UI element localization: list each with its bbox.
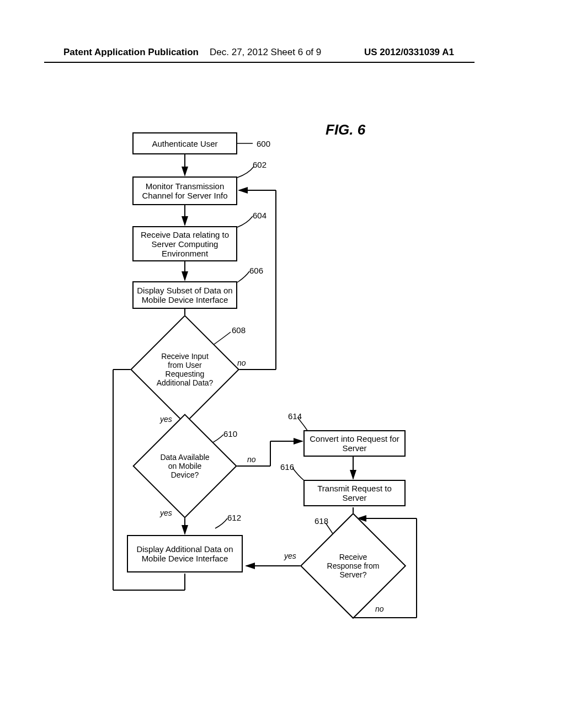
edge-618-yes: yes — [284, 552, 296, 560]
ref-614: 614 — [288, 411, 302, 421]
diamond-receive-response: Receive Response from Server? — [316, 528, 391, 603]
ref-608: 608 — [232, 325, 246, 335]
ref-602: 602 — [253, 160, 266, 169]
ref-600: 600 — [257, 139, 270, 148]
ref-618: 618 — [315, 516, 328, 526]
box-convert-request: Convert into Request for Server — [303, 430, 406, 457]
box-monitor: Monitor Transmission Channel for Server … — [132, 176, 237, 205]
box-receive-data: Receive Data relating to Server Computin… — [132, 226, 237, 261]
diamond-data-available: Data Available on Mobile Device? — [148, 429, 222, 503]
ref-604: 604 — [253, 211, 266, 220]
edge-608-yes: yes — [160, 415, 172, 424]
diamond-receive-input: Receive Input from User Requesting Addit… — [146, 331, 223, 408]
box-transmit-request: Transmit Request to Server — [303, 480, 406, 506]
edge-608-no: no — [237, 358, 246, 367]
header-rule — [44, 62, 475, 63]
box-authenticate: Authenticate User — [132, 132, 237, 154]
ref-610: 610 — [223, 429, 237, 438]
edge-618-no: no — [375, 604, 384, 613]
ref-612: 612 — [227, 513, 241, 522]
header-publication: Patent Application Publication — [63, 47, 199, 58]
box-display-additional: Display Additional Data on Mobile Device… — [127, 535, 243, 572]
header-date-sheet: Dec. 27, 2012 Sheet 6 of 9 — [210, 47, 321, 58]
ref-616: 616 — [280, 462, 294, 472]
edge-610-no: no — [247, 455, 256, 464]
ref-606: 606 — [249, 266, 263, 275]
header-doc-number: US 2012/0331039 A1 — [364, 47, 454, 58]
box-display-subset: Display Subset of Data on Mobile Device … — [132, 281, 237, 309]
edge-610-yes: yes — [160, 508, 172, 517]
flowchart: Authenticate User 600 Monitor Transmissi… — [105, 132, 447, 640]
